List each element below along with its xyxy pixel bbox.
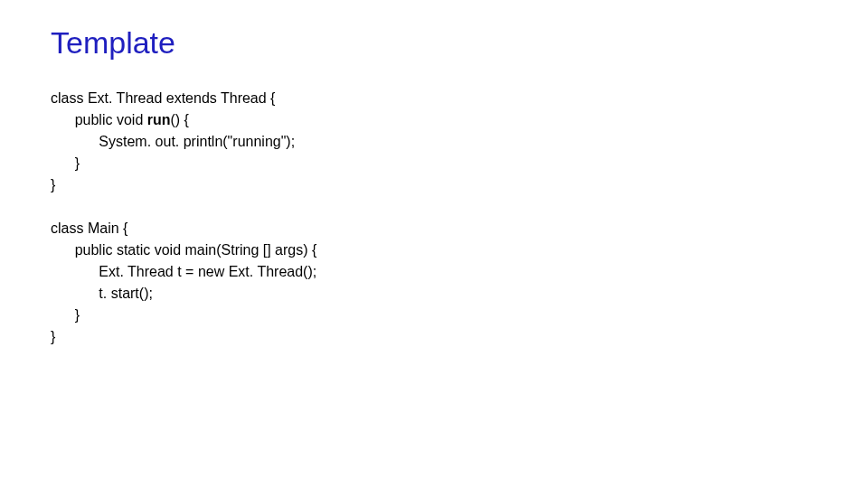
code-line: } xyxy=(51,329,55,344)
code-line: } xyxy=(51,155,80,171)
code-line: } xyxy=(51,177,55,192)
code-line: public void xyxy=(51,112,147,127)
code-line: class Ext. Thread extends Thread { xyxy=(51,90,275,106)
code-bold: run xyxy=(147,112,171,127)
code-line: public static void main(String [] args) … xyxy=(51,242,316,258)
code-line: } xyxy=(51,307,80,323)
code-block-1: class Ext. Thread extends Thread { publi… xyxy=(51,88,817,348)
slide-title: Template xyxy=(51,25,817,61)
slide: Template class Ext. Thread extends Threa… xyxy=(0,0,868,373)
code-line: System. out. println("running"); xyxy=(51,134,295,149)
code-line: Ext. Thread t = new Ext. Thread(); xyxy=(51,264,316,279)
code-line: t. start(); xyxy=(51,286,153,301)
code-line: class Main { xyxy=(51,221,127,236)
code-line: () { xyxy=(171,112,189,127)
